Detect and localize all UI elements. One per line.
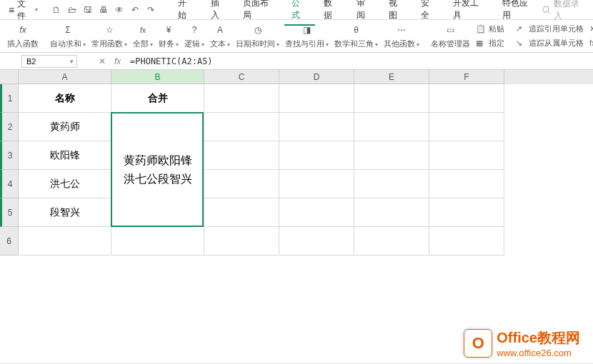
all-functions-button[interactable]: fx 全部▾ [130, 23, 156, 49]
col-header-e[interactable]: E [354, 70, 429, 84]
trace-precedents-button[interactable]: ↗ 追踪引用单元格 [516, 23, 584, 36]
tab-layout[interactable]: 页面布局 [236, 0, 283, 26]
cell-f5[interactable] [429, 198, 504, 227]
logical-icon: ? [187, 23, 201, 37]
name-manager-button[interactable]: ▭ 名称管理器 [428, 23, 473, 49]
math-button[interactable]: θ 数学和三角▾ [332, 23, 381, 49]
cell-a5[interactable]: 段智兴 [19, 198, 111, 227]
theta-icon: θ [349, 23, 364, 37]
paste-button[interactable]: 📋 粘贴 [476, 23, 504, 36]
remove-arrows-button[interactable]: ✕ 移去箭头▾ [589, 23, 593, 36]
cell-f4[interactable] [429, 170, 504, 198]
search-placeholder: 数据录入 [554, 0, 587, 22]
cell-c2[interactable] [204, 113, 279, 141]
tab-formula[interactable]: 公式 [284, 0, 315, 26]
cell-b6[interactable] [111, 227, 204, 256]
cell-a2[interactable]: 黄药师 [19, 113, 111, 141]
cell-e4[interactable] [354, 170, 429, 198]
tab-security[interactable]: 安全 [414, 0, 444, 26]
cell-b1[interactable]: 合并 [111, 84, 204, 113]
cell-e2[interactable] [354, 113, 429, 141]
row-header-6[interactable]: 6 [0, 227, 19, 256]
row-header-5[interactable]: 5 [0, 198, 19, 227]
cell-a6[interactable] [19, 227, 111, 256]
tab-insert[interactable]: 插入 [204, 0, 234, 26]
search-box[interactable]: 数据录入 [542, 0, 587, 22]
cell-f6[interactable] [429, 227, 504, 256]
assign-button[interactable]: ▦ 指定 [476, 37, 504, 50]
cell-d4[interactable] [279, 170, 354, 198]
insert-function-button[interactable]: fx 插入函数 [4, 23, 41, 49]
redo-icon[interactable]: ↷ [145, 4, 156, 16]
watermark-url: www.office26.com [497, 348, 580, 358]
cell-a3[interactable]: 欧阳锋 [19, 141, 111, 170]
cell-f3[interactable] [429, 141, 504, 170]
save-icon[interactable]: 🖫 [82, 4, 94, 16]
tab-review[interactable]: 审阅 [349, 0, 380, 26]
logical-button[interactable]: ? 逻辑▾ [181, 23, 207, 49]
cell-e3[interactable] [354, 141, 429, 170]
tab-data[interactable]: 数据 [317, 0, 347, 26]
trace-dependents-button[interactable]: ↘ 追踪从属单元格 [516, 37, 584, 50]
cell-b2-merged[interactable]: 黄药师欧阳锋 洪七公段智兴 [111, 113, 204, 227]
cell-c1[interactable] [204, 84, 279, 113]
financial-button[interactable]: ¥ 财务▾ [156, 23, 181, 49]
cell-a1[interactable]: 名称 [19, 84, 111, 113]
show-formula-button[interactable]: fx 显示公式 [589, 37, 593, 50]
new-icon[interactable]: 🗋 [51, 4, 62, 16]
col-header-c[interactable]: C [204, 70, 279, 84]
col-header-f[interactable]: F [429, 70, 504, 84]
recent-functions-button[interactable]: ☆ 常用函数▾ [89, 23, 130, 49]
print-icon[interactable]: 🖶 [98, 4, 109, 16]
text-button[interactable]: A 文本▾ [207, 23, 233, 49]
select-all-corner[interactable] [0, 70, 19, 84]
cell-c4[interactable] [204, 170, 279, 198]
show-formula-icon: fx [589, 39, 593, 49]
row-header-2[interactable]: 2 [0, 113, 19, 141]
ribbon: fx 插入函数 Σ 自动求和▾ ☆ 常用函数▾ fx 全部▾ ¥ 财务▾ ? 逻… [0, 20, 593, 53]
cell-e5[interactable] [354, 198, 429, 227]
file-menu[interactable]: ≡ 文件 ▾ [6, 0, 45, 22]
cell-d1[interactable] [279, 84, 354, 113]
row-header-1[interactable]: 1 [0, 84, 19, 113]
fx-icon-small[interactable]: fx [114, 56, 124, 66]
formula-input[interactable]: =PHONETIC(A2:A5) [130, 56, 213, 66]
open-icon[interactable]: 🗁 [66, 4, 78, 16]
more-functions-button[interactable]: ⋯ 其他函数▾ [381, 23, 422, 49]
cell-e1[interactable] [354, 84, 429, 113]
name-box[interactable]: B2 [21, 55, 77, 68]
cell-d2[interactable] [279, 113, 354, 141]
undo-icon[interactable]: ↶ [129, 4, 141, 16]
col-header-d[interactable]: D [279, 70, 354, 84]
row-header-3[interactable]: 3 [0, 141, 19, 170]
cell-d5[interactable] [279, 198, 354, 227]
preview-icon[interactable]: 👁 [114, 4, 125, 16]
row-header-4[interactable]: 4 [0, 170, 19, 198]
cell-c5[interactable] [204, 198, 279, 227]
cell-c6[interactable] [204, 227, 279, 256]
column-headers: A B C D E F [19, 70, 593, 84]
cell-f1[interactable] [429, 84, 504, 113]
cell-c3[interactable] [204, 141, 279, 170]
sigma-icon: Σ [61, 23, 75, 37]
svg-line-1 [548, 11, 550, 14]
col-header-b[interactable]: B [111, 70, 204, 84]
cell-e6[interactable] [354, 227, 429, 256]
cell-d6[interactable] [279, 227, 354, 256]
file-label: 文件 [17, 0, 34, 22]
lookup-button[interactable]: ◨ 查找与引用▾ [282, 23, 332, 49]
tab-start[interactable]: 开始 [171, 0, 201, 26]
cells-grid: 名称 合并 黄药师 欧阳锋 洪七公 段智兴 黄药师欧阳锋 洪七公段智兴 [19, 84, 593, 363]
tab-view[interactable]: 视图 [382, 0, 412, 26]
cell-d3[interactable] [279, 141, 354, 170]
cell-a4[interactable]: 洪七公 [19, 170, 111, 198]
autosum-button[interactable]: Σ 自动求和▾ [47, 23, 89, 49]
cancel-icon[interactable]: ✕ [99, 56, 109, 66]
tab-developer[interactable]: 开发工具 [446, 0, 493, 26]
more-icon: ⋯ [394, 23, 409, 37]
col-header-a[interactable]: A [19, 70, 111, 84]
tab-special[interactable]: 特色应用 [495, 0, 542, 26]
row-headers: 1 2 3 4 5 6 [0, 84, 19, 256]
datetime-button[interactable]: ◷ 日期和时间▾ [233, 23, 282, 49]
cell-f2[interactable] [429, 113, 504, 141]
